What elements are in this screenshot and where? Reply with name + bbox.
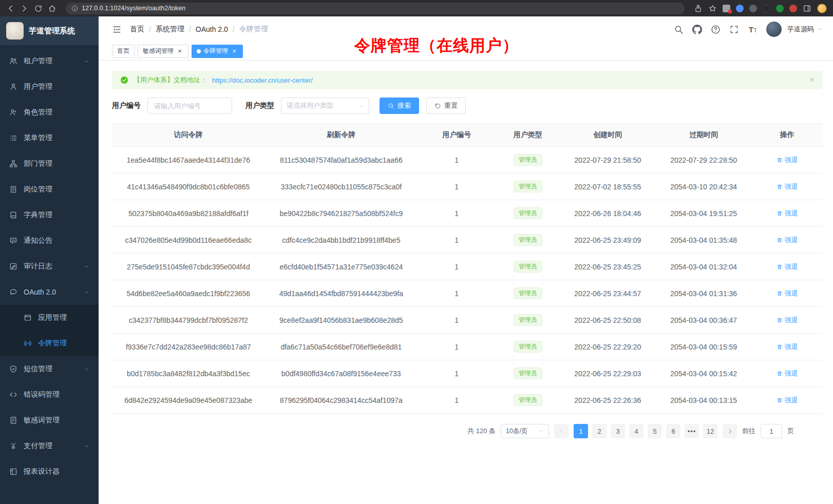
alert-close-icon[interactable]: × [809, 75, 815, 85]
page-button[interactable]: 3 [611, 424, 625, 438]
force-logout-button[interactable]: 强退 [777, 342, 798, 352]
force-logout-button[interactable]: 强退 [777, 209, 798, 218]
sidebar-item-label: 敏感词管理 [24, 416, 89, 425]
search-icon[interactable] [674, 25, 684, 34]
sidebar-item-post[interactable]: 岗位管理 [0, 177, 99, 202]
force-logout-button[interactable]: 强退 [777, 289, 798, 298]
sidebar-item-sms[interactable]: 短信管理 [0, 356, 99, 382]
force-logout-button[interactable]: 强退 [777, 156, 798, 165]
tag-close-icon[interactable]: × [231, 48, 238, 55]
reload-icon[interactable] [34, 4, 43, 13]
chevron-down-icon[interactable] [818, 27, 823, 32]
extension-icon[interactable] [776, 5, 784, 12]
site-info-icon[interactable] [71, 5, 78, 12]
user-type-cell: 管理员 [496, 307, 560, 334]
doc-link[interactable]: https://doc.iocoder.cn/user-center/ [212, 76, 313, 84]
home-icon[interactable] [48, 4, 56, 13]
extension-icon[interactable] [749, 5, 757, 12]
sidebar-item-errorcode[interactable]: 错误码管理 [0, 382, 99, 408]
table-row: 1ea5e44f8bc1467aaede43144f31de76811c5304… [112, 147, 823, 173]
column-header: 用户类型 [496, 124, 560, 147]
goto-unit: 页 [787, 427, 794, 436]
access-token-cell: 6d842e2924594de9a09e45e087323abe [112, 387, 265, 414]
extension-icon[interactable] [763, 5, 770, 12]
sidebar-menu: 租户管理用户管理角色管理菜单管理部门管理岗位管理字典管理通知公告审计日志OAut… [0, 45, 99, 504]
sidebar-item-tenant[interactable]: 租户管理 [0, 48, 99, 74]
side-panel-icon[interactable] [803, 4, 811, 13]
breadcrumb-item[interactable]: 系统管理 [156, 25, 184, 34]
goto-label: 前往 [742, 427, 755, 436]
force-logout-button[interactable]: 强退 [777, 236, 798, 245]
force-logout-button[interactable]: 强退 [777, 262, 798, 272]
sidebar-item-oauth-app[interactable]: 应用管理 [0, 305, 99, 331]
user-type-badge: 管理员 [514, 181, 542, 192]
page-button[interactable]: 5 [648, 424, 662, 438]
help-icon[interactable] [711, 25, 721, 34]
font-size-icon[interactable]: TT [748, 25, 758, 34]
page-button[interactable]: 1 [574, 424, 588, 438]
page-button[interactable]: 4 [629, 424, 643, 438]
force-logout-button[interactable]: 强退 [777, 316, 798, 325]
page-size-select[interactable]: 10条/页 [501, 424, 549, 438]
page-button[interactable]: 2 [592, 424, 607, 438]
force-logout-button[interactable]: 强退 [777, 396, 798, 405]
sidebar-item-report[interactable]: 报表设计器 [0, 459, 99, 484]
sidebar-item-dept[interactable]: 部门管理 [0, 151, 99, 177]
sidebar-item-oauth[interactable]: OAuth 2.0 [0, 279, 99, 305]
sidebar-item-sensitive[interactable]: 敏感词管理 [0, 408, 99, 433]
sidebar-item-oauth-token[interactable]: 令牌管理 [0, 331, 99, 356]
reset-button[interactable]: 重置 [426, 98, 466, 114]
view-tag[interactable]: 敏感词管理× [138, 45, 188, 58]
user-type-select[interactable]: 请选择用户类型 [281, 98, 369, 114]
tag-close-icon[interactable]: × [176, 48, 183, 55]
sidebar-item-user[interactable]: 用户管理 [0, 74, 99, 100]
breadcrumb-item[interactable]: OAuth 2.0 [196, 25, 228, 33]
expire-time-cell: 2054-03-04 01:31:36 [656, 280, 752, 307]
created-time-cell: 2022-06-25 22:29:20 [560, 334, 656, 360]
bookmark-star-icon[interactable] [708, 4, 717, 13]
goto-page-input[interactable] [761, 424, 782, 438]
sidebar-item-pay[interactable]: 支付管理 [0, 433, 99, 459]
url-bar[interactable]: 127.0.0.1:1024/system/oauth2/token [66, 3, 685, 14]
extension-icon[interactable] [736, 5, 744, 12]
sidebar-item-audit[interactable]: 审计日志 [0, 254, 99, 279]
breadcrumb-item[interactable]: 首页 [130, 25, 144, 34]
next-page-button[interactable] [723, 424, 737, 438]
search-button[interactable]: 搜索 [380, 98, 419, 114]
sidebar-fold-icon[interactable] [112, 25, 122, 34]
user-id-cell: 1 [418, 360, 496, 387]
fullscreen-icon[interactable] [729, 25, 739, 34]
view-tag[interactable]: 首页 [112, 45, 135, 58]
share-icon[interactable] [694, 4, 703, 13]
extension-icon[interactable] [723, 5, 730, 12]
github-icon[interactable] [692, 25, 702, 34]
sidebar-item-menu[interactable]: 菜单管理 [0, 125, 99, 151]
access-token-cell: 502375b8040a469a9b82188afdf6af1f [112, 200, 265, 227]
browser-profile-avatar[interactable] [817, 4, 827, 13]
action-cell: 强退 [752, 334, 823, 360]
view-tag[interactable]: 令牌管理× [192, 45, 243, 58]
extension-icon[interactable] [789, 5, 797, 12]
user-avatar[interactable] [766, 22, 782, 37]
refresh-icon [434, 103, 441, 109]
page-button[interactable]: 6 [666, 424, 680, 438]
prev-page-button[interactable] [554, 424, 569, 438]
user-id-input[interactable] [147, 98, 232, 114]
forward-icon[interactable] [20, 4, 29, 13]
page-button[interactable]: 12 [703, 424, 717, 438]
expire-time-cell: 2054-03-04 00:15:59 [656, 334, 752, 360]
trash-icon [777, 184, 783, 190]
user-type-cell: 管理员 [496, 334, 560, 360]
username[interactable]: 芋道源码 [787, 25, 814, 34]
back-icon[interactable] [6, 4, 15, 13]
sidebar-item-dict[interactable]: 字典管理 [0, 202, 99, 228]
user-type-cell: 管理员 [496, 173, 560, 200]
menu-icon [9, 134, 17, 142]
sidebar-item-role[interactable]: 角色管理 [0, 100, 99, 125]
token-table: 访问令牌刷新令牌用户编号用户类型创建时间过期时间操作 1ea5e44f8bc14… [112, 123, 823, 414]
force-logout-button[interactable]: 强退 [777, 369, 798, 378]
refresh-token-cell: 49d1aa46d1454fbd87591444423be9fa [265, 280, 418, 307]
force-logout-button[interactable]: 强退 [777, 182, 798, 191]
trash-icon [777, 264, 783, 270]
sidebar-item-notice[interactable]: 通知公告 [0, 228, 99, 254]
